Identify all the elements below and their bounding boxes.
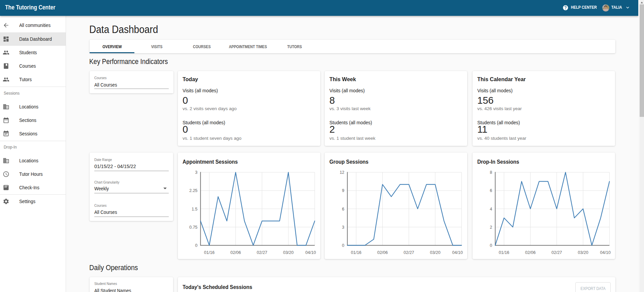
svg-text:04/10: 04/10	[600, 250, 611, 255]
svg-text:3: 3	[195, 170, 197, 175]
svg-text:3: 3	[342, 225, 344, 230]
svg-text:01/16: 01/16	[351, 250, 361, 255]
svg-text:02/06: 02/06	[230, 250, 241, 255]
svg-text:02/27: 02/27	[257, 250, 267, 255]
svg-text:0: 0	[490, 243, 492, 248]
svg-text:0: 0	[195, 243, 197, 248]
svg-text:04/10: 04/10	[305, 250, 316, 255]
svg-text:9: 9	[342, 188, 344, 193]
svg-text:02/27: 02/27	[404, 250, 414, 255]
svg-text:1.5: 1.5	[192, 207, 197, 212]
svg-text:02/06: 02/06	[525, 250, 536, 255]
svg-text:2.25: 2.25	[189, 188, 197, 193]
svg-text:01/16: 01/16	[204, 250, 215, 255]
svg-text:2: 2	[490, 225, 492, 230]
svg-text:03/20: 03/20	[578, 250, 588, 255]
svg-text:03/20: 03/20	[430, 250, 440, 255]
svg-text:01/16: 01/16	[499, 250, 509, 255]
svg-text:6: 6	[342, 207, 344, 212]
svg-text:02/06: 02/06	[377, 250, 388, 255]
svg-text:02/27: 02/27	[551, 250, 562, 255]
svg-text:0.75: 0.75	[189, 225, 197, 230]
svg-text:8: 8	[490, 170, 492, 175]
svg-text:12: 12	[340, 170, 344, 175]
svg-text:6: 6	[490, 188, 492, 193]
svg-text:03/20: 03/20	[283, 250, 293, 255]
svg-text:04/10: 04/10	[452, 250, 463, 255]
svg-text:4: 4	[490, 207, 492, 212]
svg-text:0: 0	[342, 243, 344, 248]
